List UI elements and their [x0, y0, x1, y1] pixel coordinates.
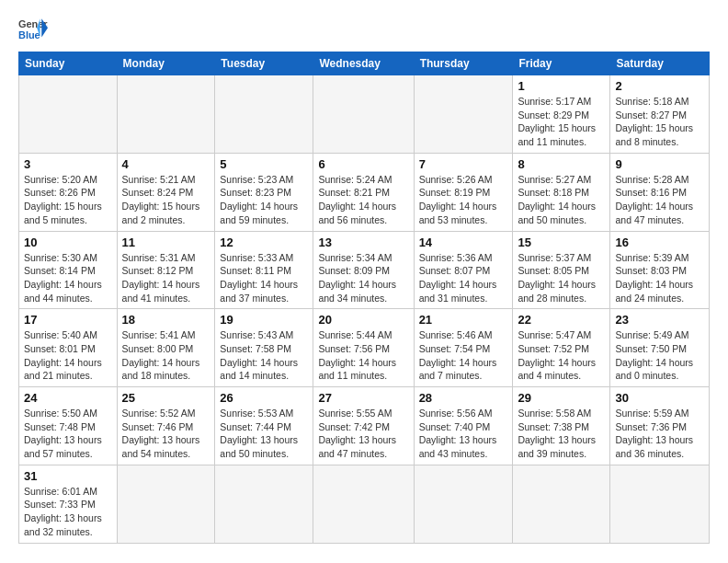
- day-info: Sunrise: 5:43 AM Sunset: 7:58 PM Dayligh…: [220, 328, 308, 383]
- day-info: Sunrise: 5:56 AM Sunset: 7:40 PM Dayligh…: [419, 407, 508, 461]
- day-info: Sunrise: 5:33 AM Sunset: 8:11 PM Dayligh…: [220, 251, 308, 305]
- col-header-sunday: Sunday: [19, 52, 118, 75]
- day-info: Sunrise: 5:34 AM Sunset: 8:09 PM Dayligh…: [318, 251, 408, 305]
- cell-3-4: 13Sunrise: 5:34 AM Sunset: 8:09 PM Dayli…: [313, 231, 414, 309]
- cell-2-7: 9Sunrise: 5:28 AM Sunset: 8:16 PM Daylig…: [610, 153, 710, 231]
- cell-6-1: 31Sunrise: 6:01 AM Sunset: 7:33 PM Dayli…: [19, 465, 118, 543]
- header: General Blue: [18, 17, 710, 42]
- cell-2-3: 5Sunrise: 5:23 AM Sunset: 8:23 PM Daylig…: [215, 153, 313, 231]
- day-number: 10: [24, 236, 112, 249]
- day-number: 1: [518, 79, 605, 93]
- page: General Blue SundayMondayTuesdayWednesda…: [0, 0, 728, 563]
- day-number: 6: [318, 157, 408, 171]
- week-row-6: 31Sunrise: 6:01 AM Sunset: 7:33 PM Dayli…: [19, 465, 710, 543]
- cell-3-6: 15Sunrise: 5:37 AM Sunset: 8:05 PM Dayli…: [513, 231, 610, 309]
- cell-4-4: 20Sunrise: 5:44 AM Sunset: 7:56 PM Dayli…: [313, 309, 414, 387]
- day-info: Sunrise: 5:58 AM Sunset: 7:38 PM Dayligh…: [518, 407, 605, 461]
- day-info: Sunrise: 5:50 AM Sunset: 7:48 PM Dayligh…: [24, 407, 112, 461]
- day-info: Sunrise: 5:41 AM Sunset: 8:00 PM Dayligh…: [122, 328, 210, 383]
- day-info: Sunrise: 6:01 AM Sunset: 7:33 PM Dayligh…: [24, 485, 112, 539]
- day-number: 19: [220, 313, 308, 327]
- cell-1-3: [215, 75, 313, 154]
- day-info: Sunrise: 5:30 AM Sunset: 8:14 PM Dayligh…: [24, 251, 112, 305]
- cell-1-7: 2Sunrise: 5:18 AM Sunset: 8:27 PM Daylig…: [610, 75, 710, 154]
- cell-6-2: [117, 465, 215, 543]
- col-header-thursday: Thursday: [414, 52, 513, 75]
- day-info: Sunrise: 5:46 AM Sunset: 7:54 PM Dayligh…: [419, 328, 508, 383]
- cell-4-6: 22Sunrise: 5:47 AM Sunset: 7:52 PM Dayli…: [513, 309, 610, 387]
- cell-4-1: 17Sunrise: 5:40 AM Sunset: 8:01 PM Dayli…: [19, 309, 118, 387]
- cell-5-1: 24Sunrise: 5:50 AM Sunset: 7:48 PM Dayli…: [19, 387, 118, 465]
- day-number: 8: [518, 157, 605, 171]
- day-number: 2: [615, 79, 704, 93]
- generalblue-logo-icon: General Blue: [18, 17, 48, 42]
- day-number: 3: [24, 157, 112, 171]
- cell-4-3: 19Sunrise: 5:43 AM Sunset: 7:58 PM Dayli…: [215, 309, 313, 387]
- day-number: 26: [220, 391, 308, 405]
- week-row-4: 17Sunrise: 5:40 AM Sunset: 8:01 PM Dayli…: [19, 309, 710, 387]
- day-number: 12: [220, 236, 308, 249]
- cell-4-2: 18Sunrise: 5:41 AM Sunset: 8:00 PM Dayli…: [117, 309, 215, 387]
- day-number: 27: [318, 391, 408, 405]
- cell-5-3: 26Sunrise: 5:53 AM Sunset: 7:44 PM Dayli…: [215, 387, 313, 465]
- day-info: Sunrise: 5:55 AM Sunset: 7:42 PM Dayligh…: [318, 407, 408, 461]
- cell-3-1: 10Sunrise: 5:30 AM Sunset: 8:14 PM Dayli…: [19, 231, 118, 309]
- day-info: Sunrise: 5:23 AM Sunset: 8:23 PM Dayligh…: [220, 173, 308, 227]
- cell-2-1: 3Sunrise: 5:20 AM Sunset: 8:26 PM Daylig…: [19, 153, 118, 231]
- cell-5-2: 25Sunrise: 5:52 AM Sunset: 7:46 PM Dayli…: [117, 387, 215, 465]
- day-info: Sunrise: 5:20 AM Sunset: 8:26 PM Dayligh…: [24, 173, 112, 227]
- cell-5-4: 27Sunrise: 5:55 AM Sunset: 7:42 PM Dayli…: [313, 387, 414, 465]
- cell-6-5: [414, 465, 513, 543]
- day-number: 5: [220, 157, 308, 171]
- day-number: 22: [518, 313, 605, 327]
- day-number: 30: [615, 391, 704, 405]
- cell-6-4: [313, 465, 414, 543]
- day-info: Sunrise: 5:27 AM Sunset: 8:18 PM Dayligh…: [518, 173, 605, 227]
- day-number: 28: [419, 391, 508, 405]
- week-row-5: 24Sunrise: 5:50 AM Sunset: 7:48 PM Dayli…: [19, 387, 710, 465]
- cell-5-5: 28Sunrise: 5:56 AM Sunset: 7:40 PM Dayli…: [414, 387, 513, 465]
- col-header-friday: Friday: [513, 52, 610, 75]
- day-number: 29: [518, 391, 605, 405]
- day-number: 9: [615, 157, 704, 171]
- logo: General Blue: [18, 17, 48, 42]
- day-info: Sunrise: 5:17 AM Sunset: 8:29 PM Dayligh…: [518, 95, 605, 149]
- day-info: Sunrise: 5:18 AM Sunset: 8:27 PM Dayligh…: [615, 95, 704, 149]
- day-number: 11: [122, 236, 210, 249]
- day-info: Sunrise: 5:53 AM Sunset: 7:44 PM Dayligh…: [220, 407, 308, 461]
- cell-6-3: [215, 465, 313, 543]
- day-number: 7: [419, 157, 508, 171]
- cell-1-4: [313, 75, 414, 154]
- day-info: Sunrise: 5:21 AM Sunset: 8:24 PM Dayligh…: [122, 173, 210, 227]
- cell-2-2: 4Sunrise: 5:21 AM Sunset: 8:24 PM Daylig…: [117, 153, 215, 231]
- svg-text:Blue: Blue: [18, 29, 40, 40]
- cell-3-7: 16Sunrise: 5:39 AM Sunset: 8:03 PM Dayli…: [610, 231, 710, 309]
- day-number: 16: [615, 236, 704, 249]
- day-info: Sunrise: 5:31 AM Sunset: 8:12 PM Dayligh…: [122, 251, 210, 305]
- cell-4-7: 23Sunrise: 5:49 AM Sunset: 7:50 PM Dayli…: [610, 309, 710, 387]
- day-info: Sunrise: 5:36 AM Sunset: 8:07 PM Dayligh…: [419, 251, 508, 305]
- cell-5-6: 29Sunrise: 5:58 AM Sunset: 7:38 PM Dayli…: [513, 387, 610, 465]
- cell-1-2: [117, 75, 215, 154]
- day-info: Sunrise: 5:47 AM Sunset: 7:52 PM Dayligh…: [518, 328, 605, 383]
- day-number: 18: [122, 313, 210, 327]
- cell-6-6: [513, 465, 610, 543]
- day-number: 24: [24, 391, 112, 405]
- day-number: 15: [518, 236, 605, 249]
- day-info: Sunrise: 5:37 AM Sunset: 8:05 PM Dayligh…: [518, 251, 605, 305]
- cell-6-7: [610, 465, 710, 543]
- col-header-saturday: Saturday: [610, 52, 710, 75]
- col-header-tuesday: Tuesday: [215, 52, 313, 75]
- day-number: 17: [24, 313, 112, 327]
- day-info: Sunrise: 5:28 AM Sunset: 8:16 PM Dayligh…: [615, 173, 704, 227]
- day-number: 21: [419, 313, 508, 327]
- cell-3-3: 12Sunrise: 5:33 AM Sunset: 8:11 PM Dayli…: [215, 231, 313, 309]
- day-info: Sunrise: 5:24 AM Sunset: 8:21 PM Dayligh…: [318, 173, 408, 227]
- cell-3-2: 11Sunrise: 5:31 AM Sunset: 8:12 PM Dayli…: [117, 231, 215, 309]
- day-number: 4: [122, 157, 210, 171]
- header-row: SundayMondayTuesdayWednesdayThursdayFrid…: [19, 52, 710, 75]
- week-row-1: 1Sunrise: 5:17 AM Sunset: 8:29 PM Daylig…: [19, 75, 710, 154]
- day-number: 25: [122, 391, 210, 405]
- day-info: Sunrise: 5:52 AM Sunset: 7:46 PM Dayligh…: [122, 407, 210, 461]
- calendar-table: SundayMondayTuesdayWednesdayThursdayFrid…: [18, 52, 710, 544]
